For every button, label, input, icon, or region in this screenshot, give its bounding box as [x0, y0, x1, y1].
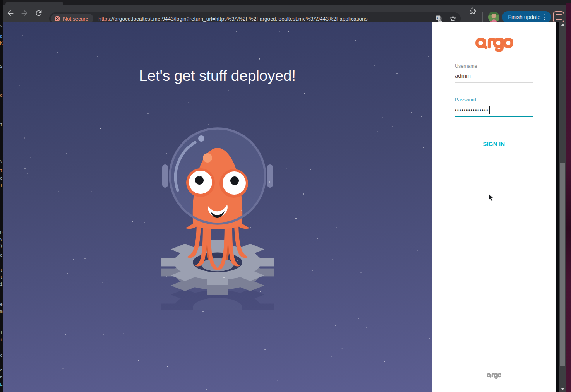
editor-text-fragment: m: [0, 309, 3, 314]
star: [65, 334, 66, 335]
toolbar-separator: [482, 12, 483, 22]
editor-strip: >aKSdf-\tei_py)elliemitcenL: [0, 0, 3, 392]
star: [67, 273, 69, 274]
editor-text-fragment: f: [0, 122, 3, 127]
star: [83, 283, 84, 284]
star: [26, 49, 27, 50]
finish-update-button[interactable]: Finish update: [502, 11, 551, 23]
login-form: Username admin Password •••••••••••••••: [455, 63, 533, 117]
editor-text-fragment: L: [0, 382, 3, 387]
back-button[interactable]: [6, 9, 15, 17]
username-field[interactable]: admin: [455, 72, 533, 80]
sign-in-button[interactable]: SIGN IN: [432, 141, 556, 147]
url-rest: ://argocd.localtest.me:9443/login?return…: [110, 16, 368, 22]
star: [36, 308, 37, 309]
star: [226, 361, 226, 361]
star: [25, 356, 26, 356]
editor-text-fragment: i: [0, 331, 3, 336]
star: [199, 61, 199, 62]
password-field[interactable]: •••••••••••••••: [455, 106, 533, 114]
forward-button[interactable]: [20, 9, 29, 17]
star: [24, 168, 26, 169]
star: [138, 360, 139, 361]
star: [416, 320, 417, 320]
editor-text-fragment: t: [0, 168, 3, 173]
editor-text-fragment: e: [0, 253, 3, 258]
star: [225, 28, 226, 29]
argo-logo: [475, 36, 513, 54]
reload-button[interactable]: [34, 9, 43, 17]
editor-text-fragment: _: [0, 217, 3, 221]
star: [73, 259, 74, 260]
browser-menu-button[interactable]: [553, 11, 564, 23]
star: [31, 219, 32, 219]
star: [66, 153, 67, 154]
active-tab[interactable]: [5, 2, 63, 5]
star: [377, 131, 378, 132]
password-underline: [455, 116, 533, 117]
scroll-down-arrow-icon[interactable]: [561, 388, 565, 390]
not-secure-label: Not secure: [63, 16, 88, 22]
star: [322, 204, 323, 205]
star: [22, 35, 23, 36]
star: [250, 227, 251, 228]
star: [420, 216, 421, 216]
star: [258, 68, 259, 68]
star: [331, 356, 332, 357]
star: [297, 70, 298, 71]
translate-button[interactable]: G: [435, 15, 443, 22]
star: [392, 126, 393, 127]
star: [260, 291, 261, 292]
star: [412, 308, 412, 309]
star: [166, 276, 167, 277]
editor-text-fragment: e: [0, 368, 3, 373]
page-scrollbar[interactable]: [559, 22, 566, 392]
star: [274, 56, 275, 56]
window-edge-gap: [556, 22, 559, 392]
argo-octopus-mascot: [152, 124, 283, 310]
desktop-background-strip: [566, 3, 571, 392]
star: [374, 65, 375, 66]
star: [120, 82, 121, 82]
profile-avatar[interactable]: [488, 12, 499, 23]
star: [341, 144, 341, 144]
not-secure-icon: [54, 15, 60, 22]
star: [98, 178, 99, 179]
back-arrow-icon: [6, 9, 15, 17]
scroll-up-arrow-icon[interactable]: [561, 24, 565, 26]
login-panel: Username admin Password ••••••••••••••• …: [432, 22, 556, 392]
star: [131, 110, 132, 110]
star: [374, 255, 375, 256]
star: [166, 225, 166, 226]
star: [295, 335, 295, 336]
extensions-button[interactable]: [469, 7, 477, 15]
star: [89, 92, 90, 92]
text-caret: [489, 106, 490, 114]
star: [80, 298, 81, 299]
editor-text-fragment: i: [0, 184, 3, 188]
bookmark-button[interactable]: [449, 15, 457, 22]
star: [380, 68, 381, 68]
star: [264, 349, 266, 351]
star: [428, 56, 430, 57]
editor-text-fragment: t: [0, 338, 3, 342]
star: [291, 156, 292, 156]
star: [111, 380, 111, 381]
star: [115, 360, 115, 361]
star: [317, 238, 318, 239]
star: [408, 327, 409, 328]
scrollbar-thumb[interactable]: [560, 163, 565, 366]
star: [113, 204, 113, 205]
editor-text-fragment: d: [0, 93, 3, 98]
star: [304, 93, 305, 94]
star: [417, 250, 418, 251]
star: [249, 354, 249, 355]
star: [423, 147, 424, 149]
hero-title: Let's get stuff deployed!: [3, 67, 432, 84]
star: [346, 150, 346, 151]
space-background: Let's get stuff deployed!: [3, 22, 432, 392]
star: [269, 55, 269, 55]
star: [17, 43, 18, 43]
star: [310, 358, 311, 358]
star: [286, 219, 287, 220]
